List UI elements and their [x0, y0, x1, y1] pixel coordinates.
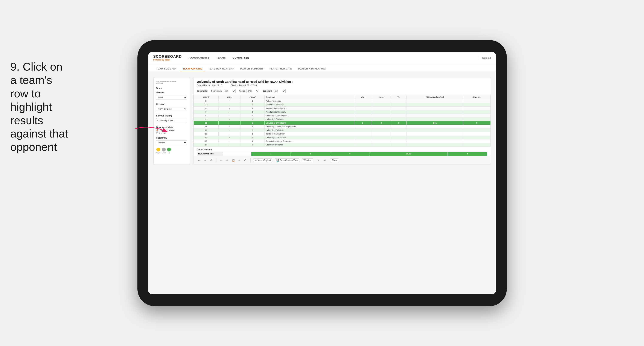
cut-button[interactable]: ✂ [219, 158, 224, 163]
copy-button[interactable]: ⊞ [225, 158, 230, 163]
toolbar-sep-1 [216, 158, 216, 162]
legend-up-dot [167, 148, 171, 151]
revert-button[interactable]: ↺ [209, 158, 214, 163]
sub-nav-team-summary[interactable]: TEAM SUMMARY [153, 67, 180, 72]
tablet-screen: SCOREBOARD Powered by clippi TOURNAMENTS… [148, 52, 496, 294]
sign-out-link[interactable]: Sign out [482, 57, 491, 59]
top-nav-items: TOURNAMENTS TEAMS COMMITTEE [188, 55, 478, 60]
instruction-text: 9. Click on a team's row to highlight re… [10, 60, 70, 154]
conference-select[interactable]: (All) [223, 89, 236, 93]
table-row[interactable]: 13-1Texas Tech University [194, 132, 490, 136]
sub-nav-player-h2h-heatmap[interactable]: PLAYER H2H HEATMAP [295, 67, 330, 72]
col-win: Win [354, 95, 371, 99]
table-row[interactable]: 11-6University of Arkansas, Fayetteville [194, 125, 490, 128]
legend-down: Down [156, 148, 160, 154]
tablet-frame: SCOREBOARD Powered by clippi TOURNAMENTS… [138, 40, 507, 306]
sub-nav-team-h2h-grid[interactable]: TEAM H2H GRID [180, 67, 206, 72]
sub-nav-team-h2h-heatmap[interactable]: TEAM H2H HEATMAP [206, 67, 237, 72]
table-row[interactable]: 3-2Vanderbilt University [194, 103, 490, 106]
colour-by-select[interactable]: Win/loss [156, 140, 187, 145]
watch-button[interactable]: Watch ▾ [302, 158, 313, 162]
sign-out-area: | Sign out [479, 56, 491, 60]
out-of-division-label: Out of division [194, 147, 491, 152]
table-row[interactable]: 4-1Arizona State University [194, 106, 490, 110]
col-rank: # Rank [194, 95, 218, 99]
main-content: Last Updated: 27/03/2024 16:55:38 Team G… [148, 72, 496, 294]
grid-header: University of North Carolina Head-to-Hea… [194, 77, 491, 95]
col-reg: # Reg [218, 95, 240, 99]
overall-record: Overall Record: 89 - 17 - 0 [197, 84, 222, 87]
table-row[interactable]: 2-1Auburn University [194, 99, 490, 103]
gender-label: Gender [156, 91, 187, 94]
table-row[interactable]: 8-2University of Washington [194, 114, 490, 117]
division-rounds: 3 [448, 152, 487, 156]
legend-down-label: Down [156, 152, 160, 154]
redo-button[interactable]: ↪ [203, 158, 208, 163]
division-select[interactable]: NCAA Division I [156, 107, 187, 111]
nav-tournaments[interactable]: TOURNAMENTS [188, 55, 209, 60]
division-record: Division Record: 88 - 17 - 0 [231, 84, 256, 87]
legend-level-dot [162, 148, 166, 151]
chevron-down-icon: ▾ [310, 159, 311, 162]
division-label: Division [156, 103, 187, 105]
col-opponent: Opponent [264, 95, 354, 99]
right-panel: University of North Carolina Head-to-Hea… [193, 77, 491, 165]
table-row[interactable]: 6-2Florida State University [194, 110, 490, 114]
division-diff: 26.00 [370, 152, 448, 156]
logo-scoreboard: SCOREBOARD [153, 54, 182, 59]
h2h-grid-table: # Rank # Reg # Conf Opponent Win Loss Ti… [194, 95, 491, 147]
clock-button[interactable]: ⏱ [243, 158, 248, 163]
table-row[interactable]: 16-3University of Florida [194, 143, 490, 146]
table-row[interactable]: 14-2University of Oklahoma [194, 136, 490, 139]
region-filter: Region (All) [239, 89, 260, 93]
team-label: Team [156, 87, 187, 89]
save-icon: 💾 [276, 159, 279, 162]
nav-committee[interactable]: COMMITTEE [232, 55, 249, 60]
sub-nav: TEAM SUMMARY TEAM H2H GRID TEAM H2H HEAT… [148, 64, 496, 72]
logo-area: SCOREBOARD Powered by clippi [153, 54, 182, 61]
records-row: Overall Record: 89 - 17 - 0 Division Rec… [197, 84, 487, 87]
opponents-filter-label: Opponents: [197, 90, 208, 92]
sub-nav-player-summary[interactable]: PLAYER SUMMARY [237, 67, 266, 72]
gender-select[interactable]: Men's [156, 95, 187, 100]
table-row[interactable]: 12-3University of Virginia [194, 128, 490, 132]
legend-up: Up [167, 148, 171, 154]
last-updated: Last Updated: 27/03/2024 16:55:38 [156, 80, 187, 85]
toolbar-icon-2[interactable]: ⊞ [323, 158, 328, 163]
toolbar-edit-group: ✂ ⊞ 📋 ⊘ ⏱ [219, 158, 248, 163]
opponent-filter: Opponent (All) [262, 89, 286, 93]
table-row[interactable]: 9-3University of Arizona [194, 117, 490, 121]
undo-button[interactable]: ↩ [197, 158, 202, 163]
toolbar-icon-1[interactable]: ⊡ [316, 158, 320, 163]
division-name: NCAA Division II [197, 152, 223, 156]
paste-button[interactable]: 📋 [231, 158, 236, 163]
table-row[interactable]: 10-5University of Alabama3002.618 [194, 121, 490, 125]
share-button[interactable]: Share [330, 158, 339, 162]
col-conf: # Conf [240, 95, 264, 99]
save-custom-button[interactable]: 💾 Save Custom View [275, 158, 299, 162]
legend-up-label: Up [168, 152, 170, 154]
toolbar-nav-group: ↩ ↪ ↺ [197, 158, 214, 163]
logo-powered: Powered by clippi [153, 59, 182, 61]
top-nav: SCOREBOARD Powered by clippi TOURNAMENTS… [148, 52, 496, 64]
nav-teams[interactable]: TEAMS [216, 55, 226, 60]
division-win: 1 [251, 152, 291, 156]
col-diff: Diff Av Strokes/Rnd [406, 95, 463, 99]
clear-button[interactable]: ⊘ [237, 158, 242, 163]
conference-filter: Conference (All) [211, 89, 236, 93]
division-loss: 0 [291, 152, 330, 156]
opponent-select[interactable]: (All) [273, 89, 286, 93]
col-rounds: Rounds [463, 95, 490, 99]
table-row[interactable]: 15-4Georgia Institute of Technology [194, 139, 490, 143]
division-row[interactable]: NCAA Division II 1 0 0 26.00 3 [197, 152, 487, 156]
legend-level-label: Level [162, 152, 166, 154]
sub-nav-player-h2h-grid[interactable]: PLAYER H2H GRID [266, 67, 295, 72]
legend-level: Level [162, 148, 166, 154]
region-select[interactable]: (All) [246, 89, 259, 93]
grid-title: University of North Carolina Head-to-Hea… [197, 80, 487, 83]
bottom-toolbar: ↩ ↪ ↺ ✂ ⊞ 📋 ⊘ ⏱ [194, 156, 491, 165]
view-original-button[interactable]: 👁 View: Original [253, 158, 272, 162]
division-table: NCAA Division II 1 0 0 26.00 3 [197, 152, 487, 156]
filter-row: Opponents: Conference (All) Region ( [197, 89, 487, 93]
legend-down-dot [156, 148, 160, 151]
